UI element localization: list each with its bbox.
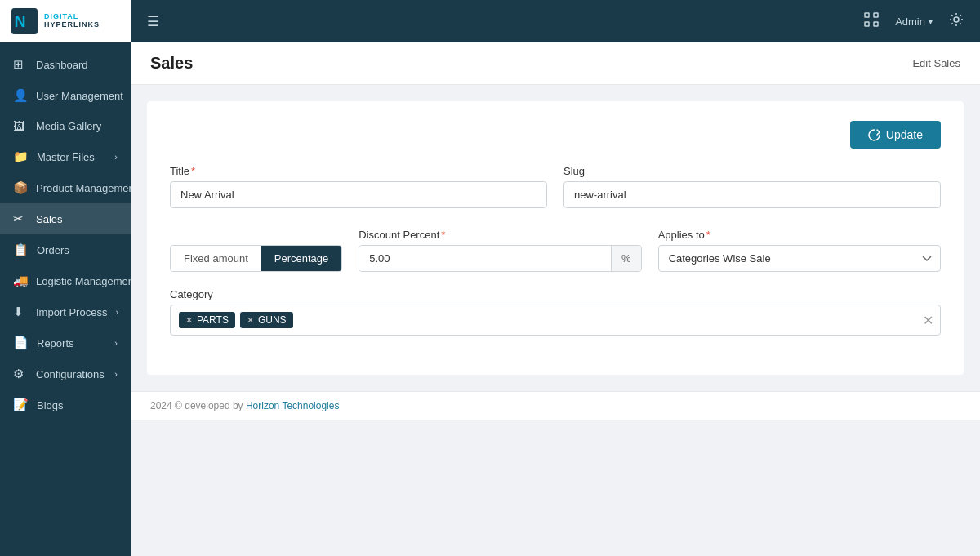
media-gallery-icon: 🖼 [13, 119, 28, 133]
brand-name: DIGITAL HYPERLINKS [44, 13, 100, 29]
category-tag-input[interactable]: ✕ PARTS ✕ GUNS ✕ [170, 305, 941, 336]
blogs-icon: 📝 [13, 398, 29, 412]
sidebar-item-user-management[interactable]: 👤 User Management › [0, 80, 131, 111]
discount-type-group: Fixed amount Percentage [170, 225, 342, 272]
applies-to-label: Applies to* [658, 229, 941, 241]
product-management-icon: 📦 [13, 180, 28, 195]
dashboard-icon: ⊞ [13, 57, 28, 72]
slug-input[interactable] [564, 181, 941, 208]
sidebar-item-product-management[interactable]: 📦 Product Management › [0, 172, 131, 203]
sidebar-item-label: Product Management [36, 182, 131, 194]
content-area: Sales Edit Sales Update Title* [131, 42, 980, 556]
category-row: Category ✕ PARTS ✕ GUNS ✕ [170, 288, 941, 336]
logo-area: N DIGITAL HYPERLINKS [0, 0, 131, 42]
sidebar-item-label: Master Files [37, 151, 95, 163]
discount-type-btn-group: Fixed amount Percentage [170, 245, 342, 272]
page-header: Sales Edit Sales [131, 42, 980, 85]
title-input[interactable] [170, 181, 547, 208]
sidebar-item-label: Media Gallery [36, 120, 101, 132]
sidebar-item-orders[interactable]: 📋 Orders [0, 234, 131, 265]
logo-svg: N [11, 8, 38, 34]
footer: 2024 © developed by Horizon Technologies [131, 391, 980, 420]
configurations-icon: ⚙ [13, 367, 28, 381]
fullscreen-button[interactable] [861, 9, 882, 34]
percentage-button[interactable]: Percentage [261, 246, 342, 271]
sidebar-item-label: Dashboard [36, 59, 88, 71]
title-label: Title* [170, 165, 547, 177]
applies-to-select[interactable]: Categories Wise Sale Product Wise Sale [658, 245, 941, 272]
svg-rect-3 [874, 13, 878, 17]
slug-label: Slug [564, 165, 941, 177]
tag-guns-close[interactable]: ✕ [247, 315, 254, 326]
svg-rect-5 [874, 22, 878, 26]
gear-icon [949, 12, 964, 27]
sidebar-item-label: Reports [37, 337, 74, 349]
hamburger-button[interactable]: ☰ [144, 10, 163, 33]
svg-rect-2 [865, 13, 869, 17]
orders-icon: 📋 [13, 242, 29, 257]
tag-guns-label: GUNS [258, 314, 287, 326]
title-group: Title* [170, 165, 547, 208]
sidebar-item-master-files[interactable]: 📁 Master Files › [0, 141, 131, 172]
sidebar-item-label: Blogs [37, 399, 64, 411]
chevron-icon: › [114, 152, 118, 162]
fixed-amount-button[interactable]: Fixed amount [171, 246, 261, 271]
sidebar-item-sales[interactable]: ✂ Sales [0, 203, 131, 234]
settings-button[interactable] [946, 9, 967, 34]
sidebar-item-dashboard[interactable]: ⊞ Dashboard [0, 49, 131, 80]
sidebar-item-reports[interactable]: 📄 Reports › [0, 327, 131, 358]
tag-parts-close[interactable]: ✕ [185, 315, 193, 326]
discount-percent-label: Discount Percent* [359, 229, 641, 241]
sidebar-nav: ⊞ Dashboard 👤 User Management › 🖼 Media … [0, 42, 131, 556]
import-process-icon: ⬇ [13, 305, 28, 319]
topbar: ☰ Admin ▾ [131, 0, 980, 42]
applies-group: Applies to* Categories Wise Sale Product… [658, 229, 941, 272]
chevron-icon: › [115, 307, 118, 317]
edit-sales-link[interactable]: Edit Sales [912, 57, 960, 69]
chevron-icon: › [114, 338, 118, 348]
form-card: Update Title* Slug [147, 101, 964, 375]
category-label: Category [170, 288, 941, 300]
user-management-icon: 👤 [13, 88, 28, 103]
admin-label: Admin [895, 16, 925, 28]
sidebar-item-label: Import Process [36, 306, 107, 318]
logistic-management-icon: 🚚 [13, 274, 28, 288]
admin-chevron-icon: ▾ [929, 17, 933, 26]
sidebar-item-label: User Management [36, 90, 123, 102]
footer-company-link[interactable]: Horizon Technologies [246, 400, 340, 411]
footer-text: 2024 © developed by [150, 400, 246, 411]
slug-group: Slug [564, 165, 941, 208]
update-icon [868, 129, 880, 141]
svg-rect-4 [865, 22, 869, 26]
sidebar-item-blogs[interactable]: 📝 Blogs [0, 389, 131, 420]
sidebar-item-configurations[interactable]: ⚙ Configurations › [0, 358, 131, 389]
chevron-icon: › [114, 369, 118, 379]
topbar-left: ☰ [144, 10, 163, 33]
sidebar-item-label: Sales [36, 213, 63, 225]
tag-clear-all-button[interactable]: ✕ [923, 313, 933, 328]
title-slug-row: Title* Slug [170, 165, 941, 208]
sidebar: N DIGITAL HYPERLINKS ⊞ Dashboard 👤 User … [0, 0, 131, 556]
sidebar-item-logistic-management[interactable]: 🚚 Logistic Management › [0, 265, 131, 296]
master-files-icon: 📁 [13, 149, 29, 164]
sidebar-item-import-process[interactable]: ⬇ Import Process › [0, 296, 131, 327]
admin-menu-button[interactable]: Admin ▾ [895, 16, 933, 28]
update-button[interactable]: Update [850, 121, 941, 149]
svg-text:N: N [15, 12, 26, 30]
sidebar-item-label: Configurations [36, 368, 105, 380]
percent-addon: % [611, 246, 641, 271]
sales-icon: ✂ [13, 211, 28, 226]
discount-input-addon: % [359, 245, 641, 272]
update-btn-row: Update [170, 121, 941, 149]
topbar-right: Admin ▾ [861, 9, 967, 34]
discount-percent-group: Discount Percent* % [359, 229, 641, 272]
sidebar-item-media-gallery[interactable]: 🖼 Media Gallery [0, 111, 131, 141]
sidebar-item-label: Orders [37, 244, 69, 256]
discount-row: Fixed amount Percentage Discount Percent… [170, 225, 941, 272]
main-area: ☰ Admin ▾ [131, 0, 980, 556]
svg-point-6 [954, 17, 959, 22]
tag-guns: ✕ GUNS [240, 312, 293, 328]
tag-parts: ✕ PARTS [179, 312, 235, 328]
tag-parts-label: PARTS [197, 314, 229, 326]
discount-input[interactable] [359, 246, 611, 271]
